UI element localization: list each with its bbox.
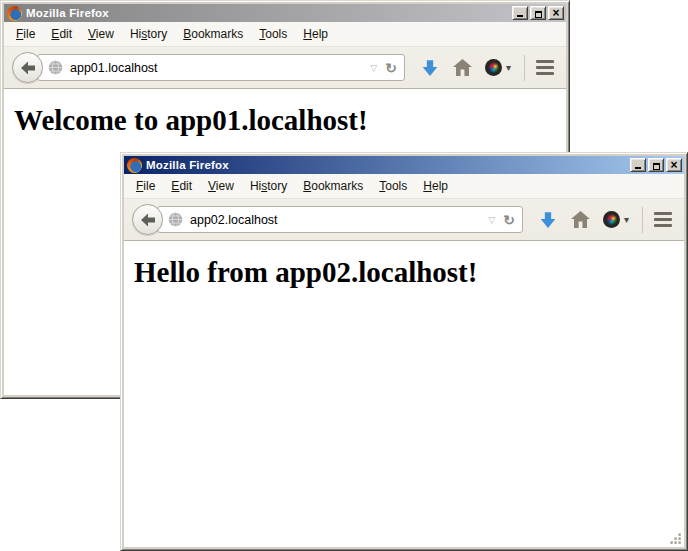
menubar: FileEditViewHistoryBookmarksToolsHelp xyxy=(124,174,684,198)
download-arrow-icon xyxy=(421,59,439,77)
close-button[interactable]: × xyxy=(666,158,682,172)
page-heading: Welcome to app01.localhost! xyxy=(14,104,566,137)
reload-button[interactable]: ↻ xyxy=(503,213,515,227)
navigation-toolbar: app01.localhost ▽ ↻ ▾ xyxy=(4,46,566,89)
url-dropdown-icon[interactable]: ▽ xyxy=(488,215,495,225)
menu-edit[interactable]: Edit xyxy=(43,24,80,44)
home-icon xyxy=(571,211,590,228)
maximize-button[interactable] xyxy=(530,6,546,20)
hamburger-icon xyxy=(536,60,554,63)
menu-tools[interactable]: Tools xyxy=(251,24,295,44)
hamburger-icon xyxy=(536,72,554,75)
minimize-button[interactable] xyxy=(630,158,646,172)
menu-help[interactable]: Help xyxy=(295,24,336,44)
url-bar[interactable]: app01.localhost ▽ ↻ xyxy=(37,54,405,81)
site-globe-icon xyxy=(168,212,183,227)
chevron-down-icon: ▾ xyxy=(624,214,629,225)
navigation-toolbar: app02.localhost ▽ ↻ ▾ xyxy=(124,198,684,241)
titlebar[interactable]: Mozilla Firefox × xyxy=(124,156,684,174)
firefox-logo-icon xyxy=(127,158,142,173)
menu-edit[interactable]: Edit xyxy=(163,176,200,196)
titlebar[interactable]: Mozilla Firefox × xyxy=(4,4,566,22)
menu-bookmarks[interactable]: Bookmarks xyxy=(175,24,251,44)
color-wheel-icon xyxy=(485,59,502,76)
menu-help[interactable]: Help xyxy=(415,176,456,196)
home-button[interactable] xyxy=(571,211,590,228)
toolbar-separator xyxy=(642,207,643,233)
close-button[interactable]: × xyxy=(548,6,564,20)
menu-file[interactable]: File xyxy=(8,24,43,44)
menu-history[interactable]: History xyxy=(242,176,295,196)
url-bar[interactable]: app02.localhost ▽ ↻ xyxy=(157,206,523,233)
menu-view[interactable]: View xyxy=(200,176,242,196)
site-globe-icon xyxy=(48,60,63,75)
window-title: Mozilla Firefox xyxy=(26,7,510,19)
maximize-icon xyxy=(653,163,660,170)
page-heading: Hello from app02.localhost! xyxy=(134,256,684,289)
url-text: app02.localhost xyxy=(190,213,484,227)
hamburger-icon xyxy=(654,212,672,215)
menu-view[interactable]: View xyxy=(80,24,122,44)
firefox-window-app02: Mozilla Firefox × FileEditViewHistoryBoo… xyxy=(120,152,688,551)
back-arrow-icon xyxy=(20,61,36,75)
home-button[interactable] xyxy=(453,59,472,76)
back-arrow-icon xyxy=(140,213,156,227)
menu-button[interactable] xyxy=(536,60,554,75)
back-button[interactable] xyxy=(132,204,163,235)
menu-history[interactable]: History xyxy=(122,24,175,44)
menu-button[interactable] xyxy=(654,212,672,227)
maximize-button[interactable] xyxy=(648,158,664,172)
menubar: FileEditViewHistoryBookmarksToolsHelp xyxy=(4,22,566,46)
addon-button[interactable]: ▾ xyxy=(485,59,511,76)
hamburger-icon xyxy=(654,224,672,227)
download-arrow-icon xyxy=(539,211,557,229)
close-icon: × xyxy=(552,8,559,18)
downloads-button[interactable] xyxy=(421,59,439,77)
close-icon: × xyxy=(670,160,677,170)
url-text: app01.localhost xyxy=(70,61,366,75)
firefox-logo-icon xyxy=(7,6,22,21)
hamburger-icon xyxy=(536,66,554,69)
home-icon xyxy=(453,59,472,76)
minimize-button[interactable] xyxy=(512,6,528,20)
back-button[interactable] xyxy=(12,52,43,83)
content-area: Hello from app02.localhost! xyxy=(124,241,684,547)
menu-tools[interactable]: Tools xyxy=(371,176,415,196)
minimize-icon xyxy=(635,167,641,169)
menu-file[interactable]: File xyxy=(128,176,163,196)
window-title: Mozilla Firefox xyxy=(146,159,628,171)
downloads-button[interactable] xyxy=(539,211,557,229)
url-dropdown-icon[interactable]: ▽ xyxy=(370,63,377,73)
color-wheel-icon xyxy=(603,211,620,228)
reload-button[interactable]: ↻ xyxy=(385,61,397,75)
hamburger-icon xyxy=(654,218,672,221)
resize-grip[interactable] xyxy=(668,531,682,545)
addon-button[interactable]: ▾ xyxy=(603,211,629,228)
chevron-down-icon: ▾ xyxy=(506,62,511,73)
menu-bookmarks[interactable]: Bookmarks xyxy=(295,176,371,196)
toolbar-separator xyxy=(524,55,525,81)
minimize-icon xyxy=(517,15,523,17)
maximize-icon xyxy=(535,11,542,18)
